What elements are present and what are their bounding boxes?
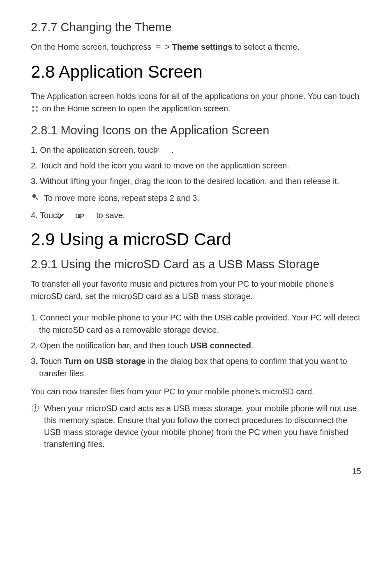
step-281-1: 1. On the application screen, touch . [31, 144, 361, 156]
heading-281: 2.8.1 Moving Icons on the Application Sc… [31, 124, 361, 137]
svg-rect-9 [36, 110, 38, 112]
heading-29: 2.9 Using a microSD Card [31, 230, 361, 249]
theme-settings-label: Theme settings [172, 42, 233, 51]
text-fragment: The Application screen holds icons for a… [31, 92, 359, 101]
text-fragment: On the Home screen, touchpress [31, 42, 154, 51]
text-fragment: to select a theme. [233, 42, 300, 51]
svg-rect-7 [36, 106, 38, 108]
text-fragment: on the Home screen to open the applicati… [40, 104, 231, 113]
apps-grid-icon [31, 105, 40, 114]
heading-28: 2.8 Application Screen [31, 62, 361, 82]
tip-row-281: To move more icons, repeat steps 2 and 3… [31, 192, 361, 204]
turn-on-usb-label: Turn on USB storage [64, 357, 146, 366]
back-icon [85, 212, 94, 221]
svg-point-13 [35, 410, 36, 411]
text-fragment: 2. Open the notification bar, and then t… [31, 341, 190, 350]
step-291-1: 1. Connect your mobile phone to your PC … [31, 311, 361, 336]
caution-row-291: When your microSD card acts as a USB mas… [31, 403, 361, 450]
menu-icon [154, 43, 163, 52]
svg-rect-6 [32, 106, 35, 108]
pencil-icon [160, 146, 169, 155]
step-281-4: 4. Touch or to save. [31, 209, 361, 221]
tip-text-281: To move more icons, repeat steps 2 and 3… [44, 192, 199, 204]
caution-text-291: When your microSD card acts as a USB mas… [44, 403, 361, 450]
svg-rect-8 [32, 110, 35, 112]
text-fragment: . [251, 341, 254, 350]
paragraph-291-intro: To transfer all your favorite music and … [31, 278, 361, 302]
heading-291: 2.9.1 Using the microSD Card as a USB Ma… [31, 258, 361, 271]
text-fragment: 1. On the application screen, touch [31, 145, 160, 154]
step-281-3: 3. Without lifting your finger, drag the… [31, 175, 361, 187]
text-fragment: . [169, 145, 174, 154]
text-fragment: 1. Connect your mobile phone to your PC … [31, 313, 360, 334]
page-number: 15 [31, 467, 361, 476]
check-icon [64, 212, 73, 221]
step-291-3: 3. Touch Turn on USB storage in the dial… [31, 355, 361, 380]
text-fragment: 3. Touch [31, 357, 64, 366]
usb-connected-label: USB connected [190, 341, 251, 350]
svg-point-10 [32, 194, 36, 198]
paragraph-28: The Application screen holds icons for a… [31, 90, 361, 115]
caution-icon [31, 403, 44, 412]
paragraph-277: On the Home screen, touchpress > Theme s… [31, 41, 361, 53]
text-fragment: to save. [94, 211, 125, 220]
step-281-2: 2. Touch and hold the icon you want to m… [31, 159, 361, 172]
tip-icon [31, 192, 44, 202]
heading-277: 2.7.7 Changing the Theme [31, 21, 361, 34]
page-content: 2.7.7 Changing the Theme On the Home scr… [0, 0, 392, 493]
step-291-2: 2. Open the notification bar, and then t… [31, 339, 361, 352]
paragraph-291-outro: You can now transfer files from your PC … [31, 385, 361, 398]
text-fragment: > [163, 42, 172, 51]
